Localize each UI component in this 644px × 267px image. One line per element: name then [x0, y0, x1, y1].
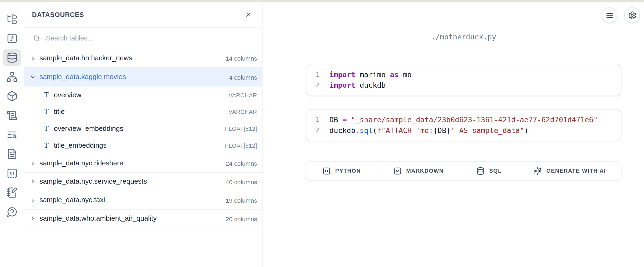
sidebar-item-search-logs[interactable] — [3, 126, 21, 143]
text-type-icon: T — [43, 125, 49, 132]
line-number: 2 — [306, 80, 325, 91]
table-row-ambient-air-quality[interactable]: sample_data.who.ambient_air_quality 20 c… — [24, 210, 262, 228]
close-icon — [245, 11, 252, 18]
table-name: sample_data.kaggle.movies — [39, 73, 126, 81]
column-type: FLOAT[512] — [225, 125, 257, 132]
gear-icon — [628, 11, 636, 20]
database-icon — [6, 52, 17, 63]
sidebar-item-scratchpad[interactable] — [3, 184, 21, 201]
code-cell-attach-db[interactable]: 1DB = "_share/sample_data/23b0d623-1361-… — [306, 109, 621, 141]
chevron-right-icon — [30, 160, 36, 166]
table-row-service-requests[interactable]: sample_data.nyc.service_requests 40 colu… — [24, 173, 262, 191]
chevron-right-icon — [30, 179, 36, 184]
top-accent-strip — [0, 0, 644, 2]
sidebar-item-variables[interactable] — [3, 29, 21, 47]
notebook-area: ./motherduck.py 1import marimo as mo2imp… — [263, 2, 644, 267]
table-row-kaggle-movies[interactable]: sample_data.kaggle.movies 4 columns — [24, 68, 262, 86]
sidebar-item-snippets[interactable] — [3, 165, 21, 182]
add-cell-label: GENERATE WITH AI — [546, 168, 606, 174]
table-row-hacker-news[interactable]: sample_data.hn.hacker_news 14 columns — [24, 49, 262, 68]
search-icon — [33, 35, 41, 42]
add-markdown-cell-button[interactable]: MARKDOWN — [377, 162, 460, 180]
sidebar-item-help-chat[interactable] — [3, 203, 21, 220]
folder-tree-icon — [6, 13, 17, 24]
line-number: 1 — [306, 114, 325, 125]
markdown-square-icon — [394, 167, 402, 175]
code-cell-imports[interactable]: 1import marimo as mo2import duckdb — [306, 64, 621, 96]
table-name: sample_data.who.ambient_air_quality — [39, 214, 157, 223]
sidebar-item-packages[interactable] — [3, 87, 21, 105]
table-name: sample_data.nyc.rideshare — [39, 159, 123, 168]
notebook-content: ./motherduck.py 1import marimo as mo2imp… — [306, 2, 621, 180]
settings-button[interactable] — [624, 8, 640, 23]
chevron-right-icon — [30, 216, 36, 221]
kaggle-movies-columns: T overview VARCHAR T title VARCHAR T ove… — [24, 87, 262, 154]
code-line: 1DB = "_share/sample_data/23b0d623-1361-… — [306, 114, 621, 125]
file-text-icon — [6, 148, 17, 159]
column-name: title_embeddings — [54, 141, 107, 150]
search-input[interactable] — [46, 35, 235, 42]
column-name: overview_embeddings — [54, 124, 123, 133]
columns-count: 24 columns — [225, 160, 257, 167]
sidebar-item-file-explorer[interactable] — [3, 10, 21, 27]
code-square-dashed-icon — [6, 168, 17, 179]
chevron-down-icon — [30, 74, 36, 80]
datasources-header: DATASOURCES — [24, 2, 262, 28]
column-type: FLOAT[512] — [225, 142, 257, 149]
table-name: sample_data.nyc.taxi — [39, 196, 105, 204]
columns-count: 14 columns — [225, 55, 257, 62]
sidebar-item-datasources[interactable] — [3, 49, 21, 66]
column-row-title[interactable]: T title VARCHAR — [24, 103, 262, 120]
tables-tree: sample_data.hn.hacker_news 14 columns sa… — [24, 49, 262, 228]
database-icon — [476, 167, 485, 175]
box-icon — [6, 90, 17, 101]
sidebar-item-dependencies[interactable] — [3, 68, 21, 85]
helper-panel-rail — [0, 2, 24, 267]
sidebar-item-documentation[interactable] — [3, 145, 21, 162]
column-type: VARCHAR — [228, 109, 257, 115]
add-cell-label: MARKDOWN — [406, 168, 444, 174]
code-text: DB = "_share/sample_data/23b0d623-1361-4… — [325, 114, 598, 125]
notebook-filename: ./motherduck.py — [306, 32, 621, 42]
column-type: VARCHAR — [228, 92, 257, 98]
add-cell-bar: PYTHON MARKDOWN SQL GENERATE WITH AI — [306, 161, 621, 180]
generate-with-ai-button[interactable]: GENERATE WITH AI — [518, 162, 621, 180]
text-type-icon: T — [43, 91, 49, 98]
add-sql-cell-button[interactable]: SQL — [460, 162, 518, 180]
text-search-icon — [6, 129, 17, 140]
line-number: 2 — [306, 125, 325, 136]
sidebar-item-logs[interactable] — [3, 107, 21, 124]
network-icon — [6, 71, 17, 82]
marimo-editor: DATASOURCES sample_data.hn.hacker_news 1… — [0, 0, 644, 267]
add-python-cell-button[interactable]: PYTHON — [306, 162, 377, 180]
code-line: 2import duckdb — [306, 80, 621, 91]
datasources-panel: DATASOURCES sample_data.hn.hacker_news 1… — [24, 2, 262, 267]
chevron-right-icon — [30, 197, 36, 203]
table-name: sample_data.hn.hacker_news — [39, 54, 132, 62]
text-type-icon: T — [43, 108, 49, 115]
column-row-title-embeddings[interactable]: T title_embeddings FLOAT[512] — [24, 137, 262, 154]
columns-count: 40 columns — [225, 178, 257, 185]
add-cell-label: SQL — [489, 168, 502, 174]
text-type-icon: T — [43, 142, 49, 149]
close-panel-button[interactable] — [243, 10, 253, 20]
code-square-icon — [322, 167, 331, 175]
table-row-rideshare[interactable]: sample_data.nyc.rideshare 24 columns — [24, 154, 262, 173]
code-line: 2duckdb.sql(f"ATTACH 'md:{DB}' AS sample… — [306, 125, 621, 136]
column-row-overview-embeddings[interactable]: T overview_embeddings FLOAT[512] — [24, 120, 262, 137]
message-question-icon — [6, 206, 17, 217]
column-name: title — [54, 108, 64, 116]
code-line: 1import marimo as mo — [306, 69, 621, 80]
column-row-overview[interactable]: T overview VARCHAR — [24, 87, 262, 103]
line-number: 1 — [306, 69, 325, 80]
code-text: duckdb.sql(f"ATTACH 'md:{DB}' AS sample_… — [325, 125, 528, 136]
sparkles-icon — [534, 167, 542, 175]
code-text: import duckdb — [325, 80, 385, 91]
function-square-icon — [6, 33, 17, 44]
add-cell-label: PYTHON — [335, 168, 361, 174]
chevron-right-icon — [30, 55, 36, 61]
columns-count: 4 columns — [229, 74, 257, 81]
panel-title: DATASOURCES — [32, 11, 84, 18]
scroll-text-icon — [6, 110, 17, 121]
table-row-taxi[interactable]: sample_data.nyc.taxi 19 columns — [24, 191, 262, 210]
